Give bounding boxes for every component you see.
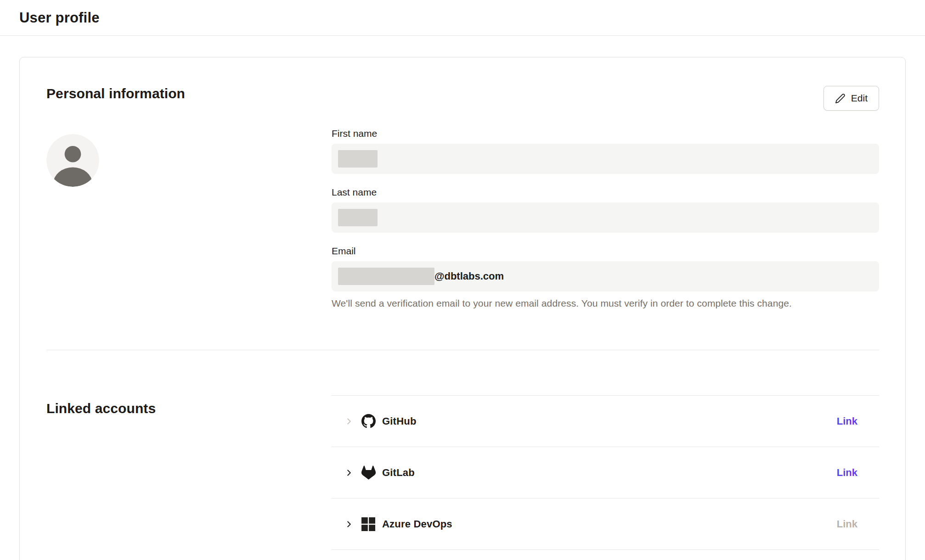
linked-accounts-heading-column: Linked accounts [46, 395, 332, 550]
personal-info-header: Personal information Edit [46, 86, 879, 111]
email-label: Email [332, 246, 879, 257]
user-profile-page: User profile Personal information Edit [0, 0, 925, 560]
fields-column: First name Last name Email @dbtlabs.com [332, 128, 879, 309]
chevron-right-icon[interactable] [343, 415, 355, 428]
provider-name: GitLab [382, 467, 415, 479]
linked-accounts-section: Linked accounts GitHub Link [46, 395, 879, 550]
edit-button[interactable]: Edit [823, 86, 879, 111]
gitlab-icon [361, 465, 376, 480]
first-name-label: First name [332, 128, 879, 139]
email-redacted-value [338, 268, 434, 285]
linked-account-row-github: GitHub Link [332, 396, 879, 447]
section-divider [46, 350, 879, 350]
github-icon [361, 414, 376, 429]
linked-account-row-gitlab: GitLab Link [332, 447, 879, 498]
email-field-group: Email @dbtlabs.com We'll send a verifica… [332, 246, 879, 309]
provider-name: GitHub [382, 415, 417, 427]
chevron-right-icon[interactable] [343, 466, 355, 479]
personal-info-heading: Personal information [46, 86, 185, 101]
email-domain-suffix: @dbtlabs.com [434, 270, 504, 282]
email-helper-text: We'll send a verification email to your … [332, 298, 879, 309]
linked-account-row-azure-devops: Azure DevOps Link [332, 498, 879, 550]
chevron-right-icon[interactable] [343, 518, 355, 531]
profile-card: Personal information Edit [19, 57, 906, 560]
avatar-head [65, 146, 81, 162]
first-name-field-group: First name [332, 128, 879, 174]
linked-accounts-list: GitHub Link GitLab Link [332, 395, 879, 550]
email-input: @dbtlabs.com [332, 261, 879, 291]
personal-info-body: First name Last name Email @dbtlabs.com [46, 128, 879, 309]
first-name-input [332, 144, 879, 174]
avatar [46, 134, 99, 187]
linked-accounts-heading: Linked accounts [46, 401, 332, 416]
pencil-icon [835, 93, 846, 104]
azure-devops-link-action-disabled: Link [837, 518, 857, 530]
github-link-action[interactable]: Link [837, 415, 857, 427]
azure-devops-icon [361, 517, 376, 532]
page-header: User profile [0, 0, 925, 36]
last-name-redacted-value [338, 209, 378, 226]
avatar-column [46, 128, 332, 309]
provider-name: Azure DevOps [382, 518, 452, 530]
first-name-redacted-value [338, 150, 378, 168]
last-name-input [332, 202, 879, 233]
last-name-field-group: Last name [332, 187, 879, 233]
edit-button-label: Edit [851, 93, 868, 104]
page-title: User profile [19, 10, 100, 26]
last-name-label: Last name [332, 187, 879, 198]
gitlab-link-action[interactable]: Link [837, 467, 857, 479]
